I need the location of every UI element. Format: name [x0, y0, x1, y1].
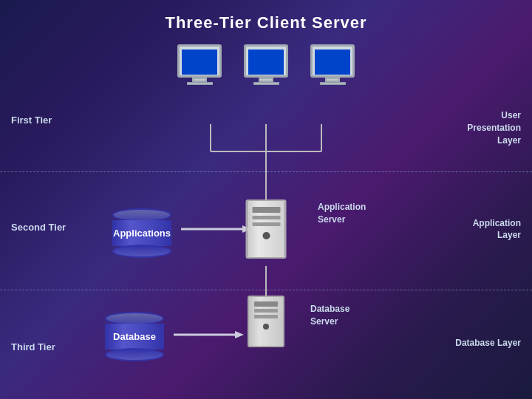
- monitor-2: [244, 44, 288, 78]
- app-server: [246, 200, 287, 259]
- db-server-tower: [248, 296, 284, 347]
- monitor-3: [310, 44, 355, 78]
- screen-1: [182, 50, 217, 75]
- divider-2: [0, 290, 532, 290]
- screen-3: [315, 50, 350, 75]
- screen-2: [248, 50, 284, 75]
- applications-label: Applications: [113, 228, 171, 239]
- tower-slot-3: [252, 222, 280, 226]
- stand-2: [253, 82, 279, 85]
- app-server-tower: [246, 200, 287, 259]
- database-cylinder: Database: [105, 312, 164, 361]
- cyl-body-db: Database: [105, 324, 164, 349]
- db-btn-1: [263, 324, 269, 330]
- monitor-1: [177, 44, 222, 78]
- db-layer-label: Database Layer: [455, 338, 521, 349]
- cyl-bottom-app: [112, 245, 171, 258]
- db-server: [248, 296, 284, 347]
- first-tier-label: First Tier: [11, 115, 52, 126]
- cyl-bottom-db: [105, 348, 164, 361]
- tower-btn-1: [262, 232, 270, 239]
- second-layer-label: ApplicationLayer: [473, 218, 521, 241]
- computers-row: [177, 44, 355, 85]
- first-layer-label: UserPresentationLayer: [467, 109, 521, 146]
- db-slot-1: [254, 301, 278, 307]
- app-server-label: ApplicationServer: [318, 201, 366, 226]
- stand-1: [187, 82, 213, 85]
- db-slot-3: [254, 315, 278, 318]
- svg-marker-9: [235, 331, 244, 338]
- computer-2: [244, 44, 288, 85]
- divider-1: [0, 171, 532, 172]
- applications-cylinder: Applications: [112, 208, 171, 258]
- db-slot-2: [254, 309, 278, 313]
- stand-3: [320, 82, 346, 85]
- database-label: Database: [113, 331, 156, 342]
- second-tier-label: Second Tier: [11, 222, 66, 233]
- tower-slot-2: [252, 216, 280, 219]
- computer-1: [177, 44, 222, 85]
- cyl-body-app: Applications: [112, 220, 171, 246]
- page-title: Three-Tier Client Server: [0, 0, 532, 40]
- db-server-label: DatabaseServer: [310, 303, 349, 328]
- tower-slot-1: [252, 207, 280, 213]
- third-tier-label: Third Tier: [11, 341, 55, 352]
- computer-3: [310, 44, 355, 85]
